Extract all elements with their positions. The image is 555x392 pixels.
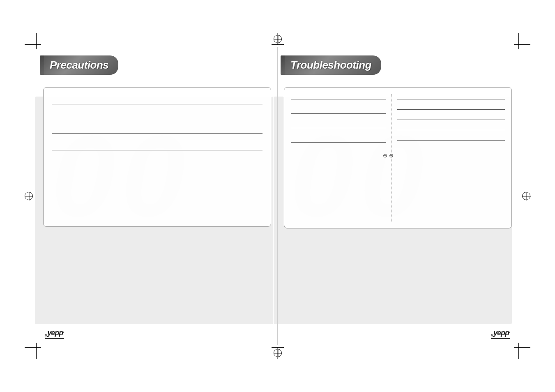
reg-bottom-circle: [274, 349, 282, 357]
reg-right-circle: [522, 192, 530, 200]
troubleshooting-title: Troubleshooting: [290, 59, 371, 71]
reg-top-circle: [274, 35, 282, 43]
precautions-header: Precautions: [43, 55, 118, 75]
precautions-title: Precautions: [50, 59, 108, 71]
crop-mark-br-h: [514, 347, 530, 348]
crop-mark-br-v: [518, 343, 519, 359]
crop-mark-tr-v: [518, 33, 519, 49]
trouble-left-col: [291, 94, 389, 221]
reg-left-circle: [25, 192, 33, 200]
crop-mark-tr-h: [514, 44, 530, 45]
crop-mark-tl-h: [25, 44, 41, 45]
yepp-logo-right: yyepp': [491, 329, 510, 339]
troubleshooting-header: Troubleshooting: [284, 55, 381, 75]
crop-mark-bl-h: [25, 347, 41, 348]
page-area: 0 0 Precautions yyepp': [39, 47, 516, 345]
crop-mark-tl-v: [36, 33, 37, 49]
trouble-right-col: [393, 94, 505, 221]
plus-minus-symbol: ⊕ ⊖: [383, 152, 394, 158]
precautions-line-2: [52, 133, 263, 134]
precautions-line-3: [52, 150, 263, 150]
precautions-line-1: [52, 104, 263, 104]
precautions-panel: 0 0 Precautions yyepp': [39, 47, 278, 345]
troubleshooting-panel: 0 0 Troubleshooting: [278, 47, 516, 345]
precautions-content-box: [43, 87, 271, 227]
yepp-logo-left: yyepp': [45, 329, 64, 339]
troubleshooting-content-box: ⊕ ⊖: [284, 87, 512, 228]
crop-mark-bl-v: [36, 343, 37, 359]
